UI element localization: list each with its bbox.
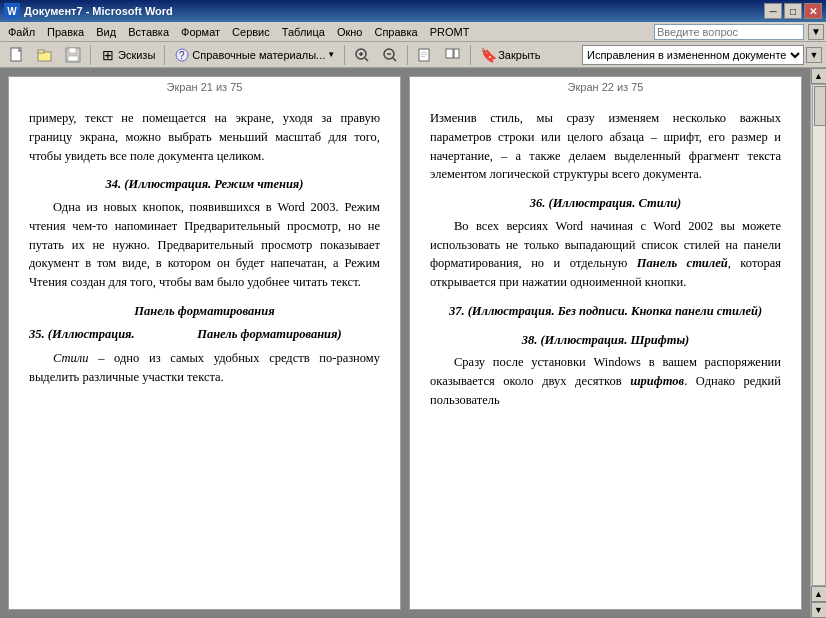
- zoom-out-button[interactable]: [377, 44, 403, 66]
- p2-fonts-word: шрифтов: [630, 374, 684, 388]
- minimize-button[interactable]: ─: [764, 3, 782, 19]
- scroll-thumb[interactable]: [814, 86, 826, 126]
- p1-para3: Стили – одно из самых удобных средств по…: [29, 349, 380, 387]
- menu-promt[interactable]: PROMT: [424, 22, 476, 41]
- separator-1: [90, 45, 91, 65]
- menu-table[interactable]: Таблица: [276, 22, 331, 41]
- search-input[interactable]: [654, 24, 804, 40]
- menu-file[interactable]: Файл: [2, 22, 41, 41]
- menu-edit[interactable]: Правка: [41, 22, 90, 41]
- p2-para3: Сразу после установки Windows в вашем ра…: [430, 353, 781, 409]
- page-layout-button[interactable]: [440, 44, 466, 66]
- svg-rect-2: [38, 50, 44, 53]
- window-controls: ─ □ ✕: [764, 3, 822, 19]
- p2-title-37: 37. (Иллюстрация. Без подписи. Кнопка па…: [430, 302, 781, 321]
- menu-bar: Файл Правка Вид Вставка Формат Сервис Та…: [0, 22, 826, 42]
- reference-icon: ?: [174, 47, 190, 63]
- title-bar: W Документ7 - Microsoft Word ─ □ ✕: [0, 0, 826, 22]
- reference-dropdown-arrow: ▼: [327, 50, 335, 59]
- open-icon: [37, 47, 53, 63]
- close-reading-label: Закрыть: [498, 49, 540, 61]
- separator-5: [470, 45, 471, 65]
- zoom-in-icon: [354, 47, 370, 63]
- search-area: ▼: [654, 24, 824, 40]
- svg-line-9: [365, 58, 368, 61]
- p2-title-36: 36. (Иллюстрация. Стили): [430, 194, 781, 213]
- svg-rect-19: [446, 49, 453, 58]
- svg-text:?: ?: [179, 50, 185, 61]
- p2-para1: Изменив стиль, мы сразу изменяем несколь…: [430, 109, 781, 184]
- page-2-content: Изменив стиль, мы сразу изменяем несколь…: [410, 97, 801, 609]
- close-reading-button[interactable]: 🔖 Закрыть: [475, 44, 545, 66]
- sketches-button[interactable]: ⊞ Эскизы: [95, 44, 160, 66]
- p1-title-34: 34. (Иллюстрация. Режим чтения): [29, 175, 380, 194]
- new-doc-button[interactable]: [4, 44, 30, 66]
- save-button[interactable]: [60, 44, 86, 66]
- p2-para2: Во всех версиях Word начиная с Word 2002…: [430, 217, 781, 292]
- zoom-in-button[interactable]: [349, 44, 375, 66]
- svg-rect-20: [454, 49, 459, 58]
- svg-rect-17: [421, 54, 427, 55]
- svg-rect-18: [421, 56, 425, 57]
- p2-title-38: 38. (Иллюстрация. Шрифты): [430, 331, 781, 350]
- scroll-up-button[interactable]: ▲: [811, 68, 827, 84]
- open-button[interactable]: [32, 44, 58, 66]
- scroll-track[interactable]: [812, 84, 826, 586]
- close-icon: 🔖: [480, 47, 496, 63]
- p1-para2: Одна из новых кнопок, появившихся в Word…: [29, 198, 380, 292]
- scroll-down-button-1[interactable]: ▲: [811, 586, 827, 602]
- sketches-icon: ⊞: [100, 47, 116, 63]
- menu-view[interactable]: Вид: [90, 22, 122, 41]
- svg-rect-5: [68, 56, 78, 61]
- menu-insert[interactable]: Вставка: [122, 22, 175, 41]
- scrollbar: ▲ ▲ ▼: [810, 68, 826, 618]
- svg-rect-16: [421, 52, 427, 53]
- p1-title-panel: Панель форматирования: [29, 302, 380, 321]
- print-preview-icon: [417, 47, 433, 63]
- page-1-content: примеру, текст не помещается на экране, …: [9, 97, 400, 609]
- track-changes-select[interactable]: Исправления в измененном документе: [582, 45, 804, 65]
- page-2-header: Экран 22 из 75: [410, 77, 801, 97]
- page-1: Экран 21 из 75 примеру, текст не помещае…: [8, 76, 401, 610]
- print-preview-button[interactable]: [412, 44, 438, 66]
- reference-button[interactable]: ? Справочные материалы... ▼: [169, 44, 340, 66]
- svg-line-13: [393, 58, 396, 61]
- separator-4: [407, 45, 408, 65]
- separator-3: [344, 45, 345, 65]
- page-layout-icon: [445, 47, 461, 63]
- zoom-out-icon: [382, 47, 398, 63]
- p1-para1: примеру, текст не помещается на экране, …: [29, 109, 380, 165]
- menu-tools[interactable]: Сервис: [226, 22, 276, 41]
- toolbar: ⊞ Эскизы ? Справочные материалы... ▼ 🔖 З…: [0, 42, 826, 68]
- save-icon: [65, 47, 81, 63]
- new-doc-icon: [9, 47, 25, 63]
- svg-rect-4: [69, 48, 76, 53]
- menu-window[interactable]: Окно: [331, 22, 369, 41]
- separator-2: [164, 45, 165, 65]
- window-title: Документ7 - Microsoft Word: [24, 5, 173, 17]
- menu-help[interactable]: Справка: [368, 22, 423, 41]
- main-area: Экран 21 из 75 примеру, текст не помещае…: [0, 68, 826, 618]
- p2-panel-styles: Панель стилей: [637, 256, 728, 270]
- maximize-button[interactable]: □: [784, 3, 802, 19]
- search-button[interactable]: ▼: [808, 24, 824, 40]
- close-window-button[interactable]: ✕: [804, 3, 822, 19]
- p1-title-35-text: 35. (Иллюстрация. Панель форматирования): [29, 327, 342, 341]
- track-changes-scroll-btn[interactable]: ▼: [806, 47, 822, 63]
- track-changes-area: Исправления в измененном документе ▼: [582, 45, 822, 65]
- scroll-down-button-2[interactable]: ▼: [811, 602, 827, 618]
- page-1-header: Экран 21 из 75: [9, 77, 400, 97]
- menu-format[interactable]: Формат: [175, 22, 226, 41]
- app-icon: W: [4, 3, 20, 19]
- p1-title-35: 35. (Иллюстрация. Панель форматирования): [29, 325, 380, 344]
- p1-styles-text: Стили: [53, 351, 89, 365]
- page-2: Экран 22 из 75 Изменив стиль, мы сразу и…: [409, 76, 802, 610]
- pages-container: Экран 21 из 75 примеру, текст не помещае…: [0, 68, 810, 618]
